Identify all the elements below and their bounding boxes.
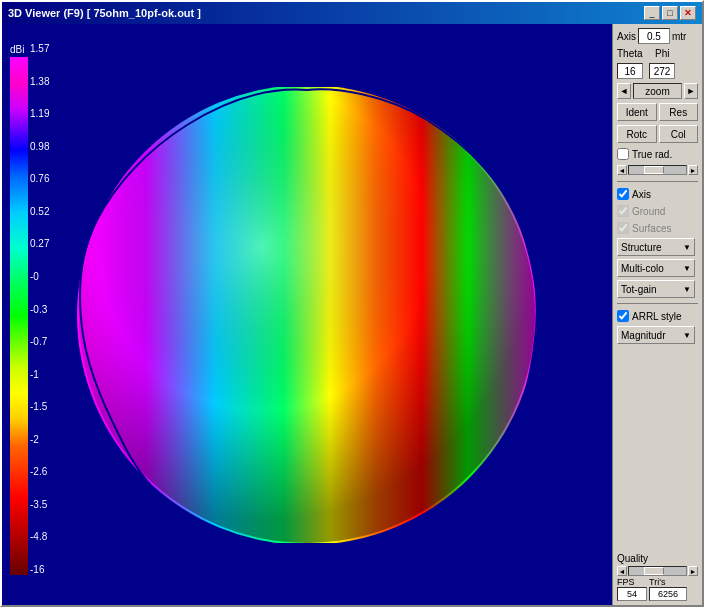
ground-checkbox[interactable] (617, 205, 629, 217)
ident-res-row: Ident Res (617, 103, 698, 121)
phi-label: Phi (655, 48, 683, 59)
quality-scroll-left[interactable]: ◄ (617, 566, 627, 576)
zoom-row: ◄ zoom ► (617, 83, 698, 99)
surfaces-check-row: Surfaces (617, 222, 698, 234)
arrl-checkbox[interactable] (617, 310, 629, 322)
surfaces-check-label: Surfaces (632, 223, 671, 234)
quality-scrollbar-container: ◄ ► (617, 565, 698, 577)
rotc-col-row: Rotc Col (617, 125, 698, 143)
theta-label: Theta (617, 48, 645, 59)
ground-check-label: Ground (632, 206, 665, 217)
spacer (617, 347, 698, 550)
scale-label-16: -16 (30, 565, 49, 575)
tot-gain-label: Tot-gain (621, 284, 657, 295)
tot-gain-dropdown[interactable]: Tot-gain ▼ (617, 280, 695, 298)
scale-label-0: 1.57 (30, 44, 49, 54)
minimize-button[interactable]: _ (644, 6, 660, 20)
main-content: dBi 1.57 1.38 1.19 0.98 0.76 0.52 0.27 -… (2, 24, 702, 605)
axis-checkbox[interactable] (617, 188, 629, 200)
close-button[interactable]: ✕ (680, 6, 696, 20)
true-rad-checkbox[interactable] (617, 148, 629, 160)
axis-check-label: Axis (632, 189, 651, 200)
axis-check-row: Axis (617, 188, 698, 200)
viewer-area: dBi 1.57 1.38 1.19 0.98 0.76 0.52 0.27 -… (2, 24, 612, 605)
scroll-left-button[interactable]: ◄ (617, 165, 627, 175)
fps-col-label: FPS (617, 577, 647, 587)
fps-value: 54 (617, 587, 647, 601)
ident-button[interactable]: Ident (617, 103, 657, 121)
zoom-left-button[interactable]: ◄ (617, 83, 631, 99)
arrl-check-row: ARRL style (617, 310, 698, 322)
axis-label: Axis (617, 31, 636, 42)
rotc-button[interactable]: Rotc (617, 125, 657, 143)
title-bar: 3D Viewer (F9) [ 75ohm_10pf-ok.out ] _ □… (2, 2, 702, 24)
color-scale: dBi (10, 44, 28, 575)
divider-1 (617, 181, 698, 182)
axis-unit: mtr (672, 31, 686, 42)
axis-row: Axis mtr (617, 28, 698, 44)
structure-dropdown[interactable]: Structure ▼ (617, 238, 695, 256)
zoom-right-button[interactable]: ► (684, 83, 698, 99)
arrl-label: ARRL style (632, 311, 682, 322)
scrollbar-container: ◄ ► (617, 164, 698, 176)
main-window: 3D Viewer (F9) [ 75ohm_10pf-ok.out ] _ □… (0, 0, 704, 607)
theta-phi-row (617, 63, 698, 79)
surfaces-checkbox[interactable] (617, 222, 629, 234)
color-bar (10, 57, 28, 575)
scrollbar-thumb (644, 166, 664, 174)
maximize-button[interactable]: □ (662, 6, 678, 20)
phi-input[interactable] (649, 63, 675, 79)
multi-color-label: Multi-colo (621, 263, 664, 274)
tris-col: Tri's 6256 (649, 577, 687, 601)
col-button[interactable]: Col (659, 125, 699, 143)
axis-input[interactable] (638, 28, 670, 44)
true-rad-row: True rad. (617, 148, 698, 160)
tris-value: 6256 (649, 587, 687, 601)
title-bar-buttons: _ □ ✕ (644, 6, 696, 20)
window-title: 3D Viewer (F9) [ 75ohm_10pf-ok.out ] (8, 7, 201, 19)
theta-input[interactable] (617, 63, 643, 79)
zoom-label: zoom (633, 83, 682, 99)
multi-color-arrow-icon: ▼ (683, 264, 691, 273)
res-button[interactable]: Res (659, 103, 699, 121)
structure-label: Structure (621, 242, 662, 253)
theta-phi-label-row: Theta Phi (617, 48, 698, 59)
antenna-pattern (47, 65, 567, 565)
true-rad-label: True rad. (632, 149, 672, 160)
quality-scrollbar-track[interactable] (628, 566, 687, 576)
quality-section: Quality ◄ ► FPS 54 Tri's (617, 553, 698, 601)
scroll-right-button[interactable]: ► (688, 165, 698, 175)
magnitude-dropdown[interactable]: Magnitudr ▼ (617, 326, 695, 344)
scrollbar-track[interactable] (628, 165, 687, 175)
tot-gain-arrow-icon: ▼ (683, 285, 691, 294)
divider-2 (617, 303, 698, 304)
quality-scrollbar-thumb (644, 567, 664, 575)
fps-col: FPS 54 (617, 577, 647, 601)
multi-color-dropdown[interactable]: Multi-colo ▼ (617, 259, 695, 277)
tris-col-label: Tri's (649, 577, 687, 587)
quality-label: Quality (617, 553, 698, 564)
right-panel: Axis mtr Theta Phi ◄ zoom ► I (612, 24, 702, 605)
magnitude-label: Magnitudr (621, 330, 665, 341)
magnitude-arrow-icon: ▼ (683, 331, 691, 340)
quality-scroll-right[interactable]: ► (688, 566, 698, 576)
structure-arrow-icon: ▼ (683, 243, 691, 252)
fps-tris-row: FPS 54 Tri's 6256 (617, 577, 698, 601)
ground-check-row: Ground (617, 205, 698, 217)
scale-unit-label: dBi (10, 44, 28, 55)
